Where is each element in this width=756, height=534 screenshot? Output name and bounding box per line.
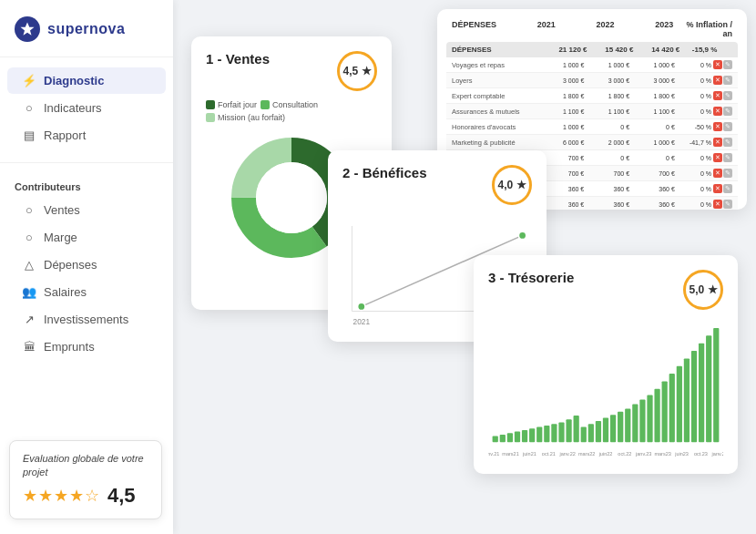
td-v2023-8: 360 € (631, 186, 675, 192)
legend-consultation: Consultation (261, 100, 318, 109)
table-row: Assurances & mutuels 1 100 € 1 100 € 1 1… (446, 104, 738, 119)
delete-btn-4[interactable]: ✕ (713, 122, 722, 131)
td-label-3: Assurances & mutuels (452, 108, 539, 116)
sidebar-item-marge[interactable]: ○ Marge (7, 224, 166, 251)
edit-btn-1[interactable]: ✎ (723, 76, 732, 85)
delete-btn-2[interactable]: ✕ (713, 91, 722, 100)
td-label-1: Loyers (452, 77, 539, 85)
td-v2023-6: 0 € (631, 155, 675, 161)
svg-marker-0 (21, 23, 35, 36)
td-label-0: Voyages et repas (452, 61, 539, 69)
table-depenses-label: DÉPENSES (452, 20, 496, 38)
bar-label-10: juin23 (674, 451, 689, 457)
edit-btn-2[interactable]: ✎ (723, 91, 732, 100)
delete-btn-7[interactable]: ✕ (713, 169, 722, 178)
marge-icon: ○ (22, 231, 36, 244)
delete-btn-3[interactable]: ✕ (713, 107, 722, 116)
sidebar-item-rapport[interactable]: ▤ Rapport (7, 122, 166, 149)
investissements-icon: ↗ (22, 313, 36, 326)
td-v2021-9: 360 € (541, 201, 585, 208)
td-v2022-9: 360 € (586, 201, 629, 208)
td-action-3: ✕ ✎ (713, 107, 732, 116)
sidebar-item-label-emprunts: Emprunts (44, 340, 95, 354)
evaluation-title: Evaluation globale de votre projet (23, 452, 148, 478)
bar-label-4: janv.22 (559, 451, 576, 457)
edit-btn-4[interactable]: ✎ (723, 122, 732, 131)
sidebar-item-salaires[interactable]: 👥 Salaires (7, 279, 166, 305)
edit-btn-6[interactable]: ✎ (723, 153, 732, 162)
delete-btn-5[interactable]: ✕ (713, 138, 722, 147)
bar-15 (603, 418, 608, 443)
bar-19 (632, 405, 638, 443)
td-v2023-9: 360 € (631, 201, 675, 208)
td-v2022-0: 1 000 € (586, 62, 629, 68)
delete-btn-9[interactable]: ✕ (713, 200, 722, 209)
th-label: DÉPENSES (452, 46, 541, 54)
evaluation-box: Evaluation globale de votre projet ★★★★☆… (9, 440, 162, 519)
svg-point-4 (256, 162, 327, 233)
bar-26 (684, 358, 690, 442)
td-v2021-3: 1 100 € (541, 108, 585, 115)
sidebar-item-indicateurs[interactable]: ○ Indicateurs (7, 95, 166, 121)
bar-22 (654, 389, 659, 442)
card-benefices-score: 4,0 ★ (492, 165, 532, 205)
card-tresorerie-header: 3 - Trésorerie 5,0 ★ (488, 270, 723, 310)
th-2022: 15 420 € (589, 46, 634, 54)
bar-4 (522, 430, 527, 442)
table-title-row: DÉPENSES 2021 2022 2023 % Inflation / an (446, 18, 738, 42)
card-tresorerie-title: 3 - Trésorerie (488, 270, 574, 285)
bar-8 (551, 424, 557, 442)
edit-btn-8[interactable]: ✎ (723, 184, 732, 193)
bar-24 (669, 374, 675, 442)
bar-label-1: mars21 (502, 451, 518, 457)
logo-icon (15, 16, 40, 42)
edit-btn-5[interactable]: ✎ (723, 138, 732, 147)
sidebar-divider (0, 162, 173, 163)
sidebar-nav-contributeurs: Contributeurs ○ Ventes ○ Marge △ Dépense… (0, 167, 173, 370)
sidebar-item-ventes[interactable]: ○ Ventes (7, 197, 166, 223)
legend-label-mission: Mission (au forfait) (218, 113, 285, 122)
sidebar-item-label-marge: Marge (44, 231, 77, 244)
edit-btn-3[interactable]: ✎ (723, 107, 732, 116)
td-action-2: ✕ ✎ (713, 91, 732, 100)
td-label-2: Expert comptable (452, 92, 539, 100)
delete-btn-0[interactable]: ✕ (713, 60, 722, 69)
legend-label-forfait: Forfait jour (218, 100, 257, 109)
edit-btn-7[interactable]: ✎ (723, 169, 732, 178)
td-pct-2: 0 % (677, 93, 711, 99)
bar-17 (618, 412, 623, 442)
td-v2022-5: 2 000 € (586, 139, 629, 146)
bar-27 (691, 351, 697, 442)
sidebar-item-investissements[interactable]: ↗ Investissements (7, 306, 166, 333)
delete-btn-6[interactable]: ✕ (713, 153, 722, 162)
legend-forfait: Forfait jour (206, 100, 257, 109)
td-v2021-5: 6 000 € (541, 139, 585, 146)
edit-btn-9[interactable]: ✎ (723, 200, 732, 209)
stars-value: 4,5 (107, 484, 136, 508)
delete-btn-8[interactable]: ✕ (713, 184, 722, 193)
sidebar-item-diagnostic[interactable]: ⚡ Diagnostic (7, 67, 166, 94)
td-pct-7: 0 % (677, 170, 711, 177)
indicateurs-icon: ○ (22, 101, 36, 115)
card-ventes-title: 1 - Ventes (206, 51, 270, 67)
edit-btn-0[interactable]: ✎ (723, 60, 732, 69)
table-header-row: DÉPENSES 21 120 € 15 420 € 14 420 € -15,… (446, 42, 738, 57)
table-year-2021: 2021 (504, 20, 556, 38)
sidebar-item-depenses[interactable]: △ Dépenses (7, 252, 166, 278)
bar-30 (713, 328, 719, 442)
legend-mission: Mission (au forfait) (206, 113, 285, 122)
td-v2021-1: 3 000 € (541, 77, 585, 84)
sidebar-item-emprunts[interactable]: 🏛 Emprunts (7, 334, 166, 360)
legend-dot-mission (206, 113, 215, 122)
card-benefices-title: 2 - Bénéfices (342, 165, 427, 180)
card-ventes-header: 1 - Ventes 4,5 ★ (206, 51, 377, 91)
bar-0 (493, 436, 498, 443)
td-v2021-0: 1 000 € (541, 62, 585, 68)
bar-2 (507, 433, 513, 442)
delete-btn-1[interactable]: ✕ (713, 76, 722, 85)
td-pct-9: 0 % (677, 201, 711, 208)
sidebar-logo: supernova (0, 0, 173, 57)
bar-23 (662, 381, 668, 442)
sidebar-item-label-investissements: Investissements (44, 313, 128, 326)
td-v2021-6: 700 € (541, 155, 585, 161)
